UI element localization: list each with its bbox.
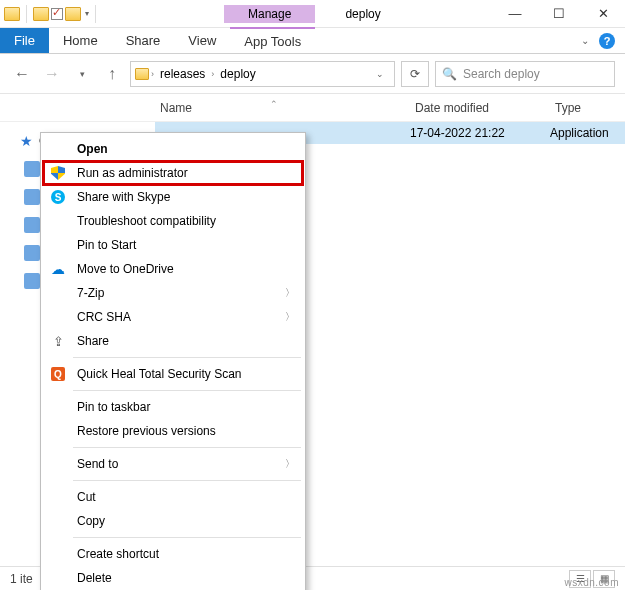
separator	[26, 5, 27, 23]
navigation-toolbar: ← → ▾ ↑ › releases › deploy ⌄ ⟳ 🔍 Search…	[0, 54, 625, 94]
ctx-pin-taskbar[interactable]: Pin to taskbar	[43, 395, 303, 419]
ctx-label: Troubleshoot compatibility	[77, 214, 295, 228]
ctx-cut[interactable]: Cut	[43, 485, 303, 509]
ctx-label: CRC SHA	[77, 310, 275, 324]
ctx-label: Create shortcut	[77, 547, 295, 561]
folder-icon[interactable]	[33, 7, 49, 21]
chevron-right-icon[interactable]: ›	[211, 69, 214, 79]
share-icon: ⇪	[49, 332, 67, 350]
ctx-copy[interactable]: Copy	[43, 509, 303, 533]
column-name[interactable]: Name ⌃	[160, 101, 415, 115]
contextual-tab-header: Manage	[224, 5, 315, 23]
recent-locations-icon[interactable]: ▾	[70, 62, 94, 86]
folder-icon	[4, 7, 20, 21]
skype-icon: S	[49, 188, 67, 206]
breadcrumb[interactable]: releases	[156, 67, 209, 81]
refresh-button[interactable]: ⟳	[401, 61, 429, 87]
ctx-open[interactable]: Open	[43, 137, 303, 161]
watermark: wsxdn.com	[564, 577, 619, 588]
column-label: Name	[160, 101, 192, 115]
breadcrumb[interactable]: deploy	[216, 67, 259, 81]
ctx-label: Copy	[77, 514, 295, 528]
tab-share[interactable]: Share	[112, 28, 175, 53]
quickheal-icon: Q	[49, 365, 67, 383]
column-headers: Name ⌃ Date modified Type	[0, 94, 625, 122]
shield-icon	[49, 164, 67, 182]
submenu-arrow-icon: 〉	[285, 457, 295, 471]
file-tab[interactable]: File	[0, 28, 49, 53]
search-icon: 🔍	[442, 67, 457, 81]
title-bar: ▾ Manage deploy — ☐ ✕	[0, 0, 625, 28]
submenu-arrow-icon: 〉	[285, 310, 295, 324]
ctx-label: Move to OneDrive	[77, 262, 295, 276]
ctx-7zip[interactable]: 7-Zip 〉	[43, 281, 303, 305]
folder-icon[interactable]	[65, 7, 81, 21]
blank-icon	[49, 422, 67, 440]
separator	[73, 357, 301, 358]
ctx-share[interactable]: ⇪ Share	[43, 329, 303, 353]
file-date-cell: 17-04-2022 21:22	[410, 126, 550, 140]
ctx-run-as-administrator[interactable]: Run as administrator	[43, 161, 303, 185]
ctx-quickheal[interactable]: Q Quick Heal Total Security Scan	[43, 362, 303, 386]
separator	[73, 537, 301, 538]
ctx-restore-versions[interactable]: Restore previous versions	[43, 419, 303, 443]
blank-icon	[49, 569, 67, 587]
ctx-label: Restore previous versions	[77, 424, 295, 438]
ctx-share-skype[interactable]: S Share with Skype	[43, 185, 303, 209]
drive-icon	[24, 217, 40, 233]
window-title: deploy	[345, 7, 380, 21]
search-input[interactable]: 🔍 Search deploy	[435, 61, 615, 87]
blank-icon	[49, 212, 67, 230]
chevron-right-icon[interactable]: ›	[151, 69, 154, 79]
ctx-pin-start[interactable]: Pin to Start	[43, 233, 303, 257]
blank-icon	[49, 488, 67, 506]
separator	[73, 447, 301, 448]
forward-button[interactable]: →	[40, 62, 64, 86]
ribbon-collapse-icon[interactable]: ⌄	[581, 35, 589, 46]
window-controls: — ☐ ✕	[493, 0, 625, 28]
ctx-label: Share	[77, 334, 295, 348]
ctx-move-onedrive[interactable]: ☁ Move to OneDrive	[43, 257, 303, 281]
ctx-label: Run as administrator	[77, 166, 295, 180]
address-bar[interactable]: › releases › deploy ⌄	[130, 61, 395, 87]
address-dropdown-icon[interactable]: ⌄	[370, 69, 390, 79]
blank-icon	[49, 398, 67, 416]
ribbon-tabs: File Home Share View App Tools ⌄ ?	[0, 28, 625, 54]
ctx-label: Pin to Start	[77, 238, 295, 252]
ctx-create-shortcut[interactable]: Create shortcut	[43, 542, 303, 566]
blank-icon	[49, 455, 67, 473]
tab-home[interactable]: Home	[49, 28, 112, 53]
qat-dropdown-icon[interactable]: ▾	[85, 9, 89, 18]
ctx-label: Cut	[77, 490, 295, 504]
drive-icon	[24, 273, 40, 289]
properties-checkbox-icon[interactable]	[51, 8, 63, 20]
maximize-button[interactable]: ☐	[537, 0, 581, 28]
folder-icon	[135, 68, 149, 80]
search-placeholder: Search deploy	[463, 67, 540, 81]
ctx-label: Quick Heal Total Security Scan	[77, 367, 295, 381]
close-button[interactable]: ✕	[581, 0, 625, 28]
context-menu: Open Run as administrator S Share with S…	[40, 132, 306, 590]
drive-icon	[24, 161, 40, 177]
column-date[interactable]: Date modified	[415, 101, 555, 115]
ctx-label: Send to	[77, 457, 275, 471]
blank-icon	[49, 512, 67, 530]
ctx-label: Delete	[77, 571, 295, 585]
tab-app-tools[interactable]: App Tools	[230, 27, 315, 53]
file-type-cell: Application	[550, 126, 609, 140]
help-icon[interactable]: ?	[599, 33, 615, 49]
ctx-delete[interactable]: Delete	[43, 566, 303, 590]
column-type[interactable]: Type	[555, 101, 581, 115]
ctx-crc-sha[interactable]: CRC SHA 〉	[43, 305, 303, 329]
ctx-send-to[interactable]: Send to 〉	[43, 452, 303, 476]
separator	[95, 5, 96, 23]
minimize-button[interactable]: —	[493, 0, 537, 28]
status-text: 1 ite	[10, 572, 33, 586]
star-icon: ★	[20, 133, 33, 149]
drive-icon	[24, 189, 40, 205]
tab-view[interactable]: View	[174, 28, 230, 53]
ctx-troubleshoot[interactable]: Troubleshoot compatibility	[43, 209, 303, 233]
up-button[interactable]: ↑	[100, 62, 124, 86]
back-button[interactable]: ←	[10, 62, 34, 86]
ctx-label: 7-Zip	[77, 286, 275, 300]
